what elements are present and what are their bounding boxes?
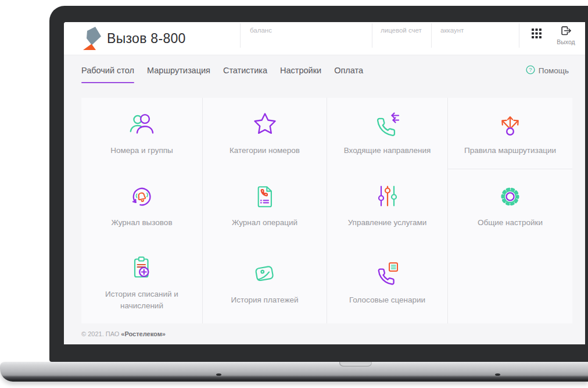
sliders-icon [374,183,401,211]
clipboard-plus-icon [128,254,156,282]
apps-grid-icon[interactable] [532,29,542,38]
account-field[interactable]: аккаунт [440,27,464,34]
brand-logo-icon [80,26,102,54]
tile-label: Входящие направления [344,145,431,156]
tab-statistics[interactable]: Статистика [223,55,267,86]
header-divider [240,23,241,48]
tile-label: Номера и группы [110,145,173,156]
app-window: Вызов 8-800 баланс лицевой счет аккаунт [64,22,585,344]
tab-routing[interactable]: Маршрутизация [147,55,210,86]
tile-general-settings[interactable]: Общие настройки [447,169,572,242]
company-name: «Ростелеком» [121,330,166,337]
page: Вызов 8-800 баланс лицевой счет аккаунт [0,0,588,388]
tile-routing-rules[interactable]: Правила маршрутизации [447,98,572,169]
help-link[interactable]: ? Помощь [526,65,569,76]
dashboard-tile-grid: Номера и группы Категории номеров [81,98,569,323]
copyright-text: © 2021. ПАО [81,330,121,337]
tile-label: Журнал вызовов [111,217,172,229]
tile-call-log[interactable]: Журнал вызовов [81,169,202,242]
tile-label: Управление услугами [348,217,427,229]
tab-settings[interactable]: Настройки [280,55,321,86]
laptop-foot [495,373,500,376]
tile-label: Журнал операций [232,217,297,229]
header-divider [431,23,432,48]
tile-voice-scenarios[interactable]: Голосовые сценарии [327,242,447,323]
tile-label: История списаний и начислений [92,289,192,311]
tile-numbers-and-groups[interactable]: Номера и группы [81,98,202,169]
tile-operations-log[interactable]: Журнал операций [202,169,327,242]
route-split-icon [496,111,524,138]
tile-payment-history[interactable]: История платежей [202,242,327,323]
app-header: Вызов 8-800 баланс лицевой счет аккаунт [64,22,585,55]
tile-label: Общие настройки [478,217,543,229]
tile-label: Правила маршрутизации [464,145,556,156]
phone-script-icon [374,260,401,288]
tab-payment[interactable]: Оплата [334,55,363,86]
laptop-base [0,362,588,382]
bell-refresh-icon [128,183,156,211]
gear-icon [496,183,524,211]
svg-text:?: ? [529,66,532,73]
footer-copyright: © 2021. ПАО «Ростелеком» [81,330,585,337]
logout-label: Выход [552,38,580,45]
users-icon [128,111,156,138]
tile-charges-history[interactable]: История списаний и начислений [81,242,202,323]
tile-number-categories[interactable]: Категории номеров [202,98,327,169]
help-question-icon: ? [526,65,535,76]
balance-field[interactable]: баланс [250,27,272,34]
laptop-latch-notch [339,362,372,366]
laptop-foot [216,373,221,376]
help-label: Помощь [539,66,569,75]
tab-dashboard[interactable]: Рабочий стол [81,55,134,86]
header-divider [372,23,372,48]
main-nav: Рабочий стол Маршрутизация Статистика На… [64,55,585,86]
star-icon [251,111,279,138]
personal-account-field[interactable]: лицевой счет [381,27,422,34]
grid-empty-cell [447,242,572,323]
app-title: Вызов 8-800 [107,22,186,55]
logout-icon [561,27,571,37]
tile-label: История платежей [231,294,299,306]
app-body: Рабочий стол Маршрутизация Статистика На… [64,55,585,344]
wallet-icon [251,260,279,288]
logout-button[interactable]: Выход [552,26,580,45]
tile-service-management[interactable]: Управление услугами [327,169,447,242]
tile-label: Категории номеров [230,145,300,156]
tile-incoming-directions[interactable]: Входящие направления [327,98,447,169]
header-divider [519,23,519,48]
document-phone-icon [251,183,279,211]
phone-incoming-icon [374,111,401,138]
tile-label: Голосовые сценарии [349,294,425,306]
